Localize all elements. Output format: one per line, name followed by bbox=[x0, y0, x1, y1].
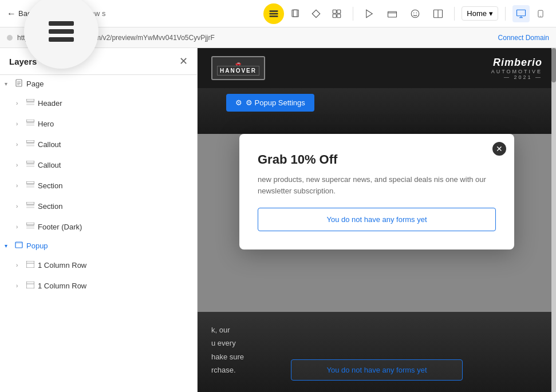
svg-rect-31 bbox=[26, 104, 34, 105]
mobile-view-button[interactable] bbox=[532, 5, 549, 22]
modal-close-button[interactable]: ✕ bbox=[491, 141, 507, 157]
svg-rect-39 bbox=[26, 164, 34, 165]
no-forms-text: You do not have any forms yet bbox=[326, 215, 427, 224]
bottom-dark-section: k, our u every hake sure rchase. You do … bbox=[198, 312, 556, 392]
svg-rect-32 bbox=[26, 120, 34, 122]
svg-rect-47 bbox=[26, 223, 34, 225]
callout1-chevron-icon: › bbox=[16, 141, 23, 148]
no-forms-dark-placeholder: You do not have any forms yet bbox=[291, 359, 463, 381]
header-chevron-icon: › bbox=[16, 100, 23, 106]
svg-rect-42 bbox=[26, 184, 34, 185]
layer-item-section2[interactable]: › Section ··· bbox=[0, 196, 197, 216]
bg-dark-area: ⚙ ⚙ Popup Settings bbox=[198, 88, 556, 134]
layers-close-button[interactable]: ✕ bbox=[179, 55, 188, 68]
layer-item-callout2[interactable]: › Callout ··· bbox=[0, 155, 197, 175]
no-forms-dark-text: You do not have any forms yet bbox=[326, 366, 427, 374]
split-view-button[interactable] bbox=[429, 5, 447, 23]
layers-panel: Layers ✕ ▾ Page › Header ··· bbox=[0, 48, 198, 392]
layer-col-row2-label: 1 Column Row bbox=[38, 282, 175, 290]
page-name: Home bbox=[467, 9, 487, 18]
layer-item-page[interactable]: ▾ Page bbox=[0, 75, 197, 93]
connect-domain-link[interactable]: Connect Domain bbox=[498, 34, 549, 42]
emoji-button[interactable] bbox=[406, 5, 424, 23]
layer-item-col-row-1[interactable]: › 1 Column Row ··· bbox=[0, 255, 197, 275]
chevron-down-icon: ▾ bbox=[489, 9, 493, 18]
svg-rect-29 bbox=[26, 99, 34, 101]
page-selector[interactable]: Home ▾ bbox=[462, 6, 498, 21]
svg-rect-4 bbox=[270, 13, 278, 14]
no-forms-placeholder: You do not have any forms yet bbox=[258, 208, 496, 231]
scrollbar-thumb bbox=[551, 48, 556, 82]
svg-rect-40 bbox=[26, 166, 34, 167]
svg-rect-30 bbox=[26, 102, 34, 103]
layers-title: Layers bbox=[9, 57, 37, 66]
svg-rect-0 bbox=[49, 21, 74, 26]
toolbar-icons bbox=[263, 3, 346, 24]
svg-rect-10 bbox=[333, 14, 337, 17]
svg-rect-9 bbox=[337, 10, 341, 13]
layer-item-hero[interactable]: › Hero ··· bbox=[0, 113, 197, 134]
responsive-button[interactable] bbox=[383, 5, 401, 23]
svg-rect-6 bbox=[292, 10, 297, 17]
layer-popup-label: Popup bbox=[26, 241, 190, 250]
preview-button[interactable] bbox=[360, 5, 378, 23]
svg-rect-33 bbox=[26, 122, 34, 124]
elements-button[interactable] bbox=[307, 5, 325, 23]
settings-button[interactable] bbox=[328, 5, 346, 23]
svg-rect-38 bbox=[26, 161, 34, 163]
device-icons bbox=[512, 5, 549, 22]
layer-page-label: Page bbox=[26, 80, 190, 88]
separator-1 bbox=[353, 7, 353, 21]
preview-area: 🚗 HANOVER Rimberio AUTOMOTIVE — 2021 — ⚙… bbox=[198, 48, 556, 392]
layers-icon bbox=[268, 8, 279, 19]
back-arrow-icon: ← bbox=[7, 9, 16, 19]
svg-point-24 bbox=[540, 15, 541, 16]
layers-zoom-icon bbox=[44, 14, 78, 49]
layer-hero-label: Hero bbox=[38, 120, 175, 128]
svg-point-15 bbox=[412, 10, 420, 18]
url-secure-icon bbox=[7, 35, 13, 41]
layer-col-row1-label: 1 Column Row bbox=[38, 261, 175, 270]
layers-list: ▾ Page › Header ··· › bbox=[0, 75, 197, 392]
preview-icon bbox=[364, 9, 374, 19]
layers-button[interactable] bbox=[263, 3, 284, 24]
layers-header: Layers ✕ bbox=[0, 48, 197, 75]
pages-button[interactable] bbox=[286, 5, 305, 23]
svg-rect-1 bbox=[49, 29, 74, 34]
section2-icon bbox=[26, 201, 34, 211]
layer-item-col-row-2[interactable]: › 1 Column Row ··· bbox=[0, 275, 197, 296]
elements-icon bbox=[311, 9, 321, 19]
svg-rect-44 bbox=[26, 202, 34, 204]
top-bar: ← Back Last saved a few s bbox=[0, 0, 556, 27]
svg-rect-54 bbox=[26, 282, 34, 288]
svg-point-16 bbox=[413, 12, 415, 13]
desktop-icon bbox=[516, 9, 526, 19]
settings-icon bbox=[332, 9, 342, 19]
layer-item-popup[interactable]: ▾ Popup bbox=[0, 237, 197, 255]
preview-scrollbar[interactable] bbox=[551, 48, 556, 392]
mobile-icon bbox=[537, 9, 545, 19]
layer-item-section1[interactable]: › Section ··· bbox=[0, 175, 197, 196]
col-row1-chevron-icon: › bbox=[16, 262, 23, 268]
section1-icon bbox=[26, 181, 34, 190]
layer-item-header[interactable]: › Header ··· bbox=[0, 93, 197, 113]
pages-icon bbox=[290, 9, 301, 19]
layer-item-footer-dark[interactable]: › Footer (Dark) ··· bbox=[0, 216, 197, 237]
callout2-section-icon bbox=[26, 160, 34, 169]
layer-header-label: Header bbox=[38, 99, 175, 108]
popup-settings-button[interactable]: ⚙ ⚙ Popup Settings bbox=[226, 94, 314, 112]
rimberio-name: Rimberio bbox=[491, 57, 542, 69]
callout1-section-icon bbox=[26, 140, 34, 149]
footer-chevron-icon: › bbox=[16, 224, 23, 230]
col-row2-icon bbox=[26, 281, 34, 290]
layer-callout2-label: Callout bbox=[38, 161, 175, 169]
desktop-view-button[interactable] bbox=[512, 5, 530, 22]
svg-rect-45 bbox=[26, 205, 34, 206]
preview-content: 🚗 HANOVER Rimberio AUTOMOTIVE — 2021 — ⚙… bbox=[198, 48, 556, 392]
modal-description: new products, new supercar news, and spe… bbox=[258, 174, 496, 196]
svg-point-17 bbox=[416, 12, 417, 13]
svg-rect-49 bbox=[26, 228, 34, 229]
svg-rect-52 bbox=[26, 261, 34, 268]
layer-item-callout1[interactable]: › Callout ··· bbox=[0, 134, 197, 155]
svg-rect-35 bbox=[26, 140, 34, 142]
